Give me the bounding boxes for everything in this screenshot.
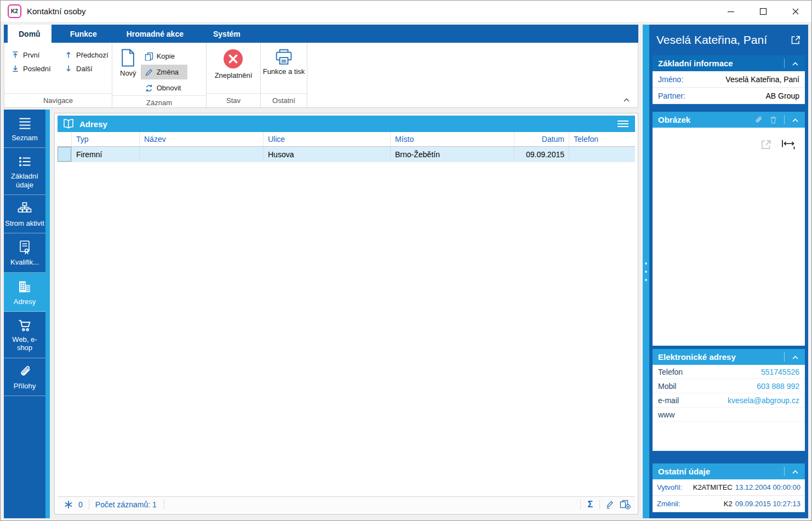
printer-icon xyxy=(275,49,293,65)
section-header: Základní informace xyxy=(653,55,805,71)
sidebar-item-label: Web, e-shop xyxy=(5,335,44,352)
previous-record-label: Předchozí xyxy=(76,51,108,59)
sidebar-item-web-eshop[interactable]: Web, e-shop xyxy=(4,312,45,358)
header-divider xyxy=(784,115,785,124)
field-value: Veselá Kateřina, Paní xyxy=(725,75,799,84)
status-counter: 0 xyxy=(78,500,83,509)
sidebar-item-strom-aktivit[interactable]: Strom aktivit xyxy=(4,195,45,233)
collapse-section-button[interactable] xyxy=(791,469,799,474)
close-button[interactable] xyxy=(779,1,811,22)
tab-domu[interactable]: Domů xyxy=(8,25,52,43)
open-in-window-button[interactable] xyxy=(790,35,801,45)
next-record-button[interactable]: Další xyxy=(64,64,112,73)
sidebar-splitter[interactable] xyxy=(45,110,50,518)
cell-datum[interactable]: 09.09.2015 xyxy=(514,147,569,162)
tab-hromadne-akce[interactable]: Hromadné akce xyxy=(116,25,195,43)
functions-print-button[interactable]: Funkce a tisk xyxy=(263,45,305,93)
cell-nazev[interactable] xyxy=(140,147,264,162)
collapse-section-button[interactable] xyxy=(791,354,799,360)
splitter-dot xyxy=(645,262,647,265)
minimize-icon xyxy=(727,8,735,15)
header-cell-telefon[interactable]: Telefon xyxy=(569,132,635,146)
previous-record-button[interactable]: Předchozí xyxy=(64,50,112,59)
record-count-label: Počet záznamů: 1 xyxy=(95,500,157,509)
table-row[interactable]: Firemní Husova Brno-Žebětín 09.09.2015 xyxy=(58,147,635,162)
splitter-dot xyxy=(645,279,647,281)
collapse-ribbon-button[interactable] xyxy=(620,95,632,104)
chevron-up-icon xyxy=(791,117,799,123)
sidebar-item-kvalifikace[interactable]: Kvalifik... xyxy=(4,233,45,272)
table-menu-button[interactable] xyxy=(616,119,630,129)
invalidate-button[interactable]: Zneplatnění xyxy=(215,45,253,93)
ribbon: První Předchozí Poslední Další Navigace … xyxy=(4,43,638,108)
change-record-button[interactable]: Změna xyxy=(141,65,188,79)
minimize-button[interactable] xyxy=(714,1,747,22)
cell-ulice[interactable]: Husova xyxy=(264,147,391,162)
header-cell-nazev[interactable]: Název xyxy=(140,132,264,146)
audit-row-vytvoril: Vytvořil: K2ATMITEC13.12.2004 00:00:00 xyxy=(653,479,805,496)
contact-value[interactable]: 551745526 xyxy=(761,368,799,376)
snowflake-icon xyxy=(64,500,73,509)
section-empty-space xyxy=(653,422,805,451)
row-selector-cell[interactable] xyxy=(58,147,72,162)
header-cell-typ[interactable]: Typ xyxy=(72,132,140,146)
header-cell-ulice[interactable]: Ulice xyxy=(264,132,391,146)
window-controls xyxy=(714,1,811,22)
collapse-section-button[interactable] xyxy=(791,61,799,66)
tab-funkce[interactable]: Funkce xyxy=(59,25,108,43)
audit-datetime: 13.12.2004 00:00:00 xyxy=(735,483,800,491)
info-row-jmeno: Jméno: Veselá Kateřina, Paní xyxy=(653,71,805,88)
first-record-button[interactable]: První xyxy=(11,50,54,59)
sidebar-item-seznam[interactable]: Seznam xyxy=(4,110,45,148)
header-cell-selector[interactable] xyxy=(58,132,72,146)
splitter-dot xyxy=(645,271,647,273)
cell-typ[interactable]: Firemní xyxy=(72,147,140,162)
attach-image-button[interactable] xyxy=(754,116,763,124)
sidebar-item-adresy[interactable]: Adresy xyxy=(4,273,45,312)
sidebar-item-zakladni-udaje[interactable]: Základní údaje xyxy=(4,148,45,195)
section-header: Elektronické adresy xyxy=(653,349,805,365)
fit-width-button[interactable] xyxy=(781,139,796,151)
delete-image-button[interactable] xyxy=(769,116,777,124)
sum-button[interactable]: Σ xyxy=(587,500,593,509)
sidebar-item-label: Kvalifik... xyxy=(5,258,44,266)
new-document-icon xyxy=(121,49,135,67)
maximize-button[interactable] xyxy=(747,1,779,22)
ribbon-group-stav: Zneplatnění Stav xyxy=(207,43,261,107)
first-record-label: První xyxy=(23,51,39,59)
header-cell-datum[interactable]: Datum xyxy=(514,132,569,146)
status-divider xyxy=(580,500,581,509)
panel-splitter[interactable] xyxy=(643,25,649,518)
section-obrazek: Obrázek xyxy=(653,112,805,346)
ribbon-group-ostatni: Funkce a tisk Ostatní xyxy=(261,43,307,107)
add-copy-button[interactable] xyxy=(620,500,631,509)
window-title: Kontaktní osoby xyxy=(27,7,86,16)
collapse-section-button[interactable] xyxy=(791,117,799,123)
contact-label: Mobil xyxy=(658,382,676,391)
tab-system[interactable]: Systém xyxy=(202,25,251,43)
open-image-button[interactable] xyxy=(760,139,772,151)
cell-misto[interactable]: Brno-Žebětín xyxy=(391,147,514,162)
list-icon xyxy=(18,116,32,130)
new-record-button[interactable]: Nový xyxy=(120,45,136,95)
chevron-up-icon xyxy=(791,469,799,474)
refresh-label: Obnovit xyxy=(157,84,181,92)
contact-value[interactable]: 603 888 992 xyxy=(757,382,799,391)
copy-record-button[interactable]: Kopie xyxy=(141,49,188,64)
maximize-icon xyxy=(759,8,767,15)
shopping-cart-icon xyxy=(18,318,32,332)
last-record-label: Poslední xyxy=(23,65,51,73)
refresh-button[interactable]: Obnovit xyxy=(141,81,188,95)
sidebar-item-prilohy[interactable]: Přílohy xyxy=(4,358,45,396)
arrow-up-icon xyxy=(64,50,73,59)
book-icon xyxy=(62,119,75,129)
edit-button[interactable] xyxy=(605,500,614,509)
contact-value[interactable]: kvesela@abgroup.cz xyxy=(728,396,799,405)
section-header: Ostatní údaje xyxy=(653,463,805,479)
sidebar-item-label: Seznam xyxy=(5,134,44,142)
header-cell-misto[interactable]: Místo xyxy=(391,132,514,146)
status-bar: 0 Počet záznamů: 1 Σ xyxy=(58,496,635,512)
contact-row-mobil: Mobil 603 888 992 xyxy=(653,379,805,393)
last-record-button[interactable]: Poslední xyxy=(11,64,54,73)
cell-telefon[interactable] xyxy=(569,147,635,162)
